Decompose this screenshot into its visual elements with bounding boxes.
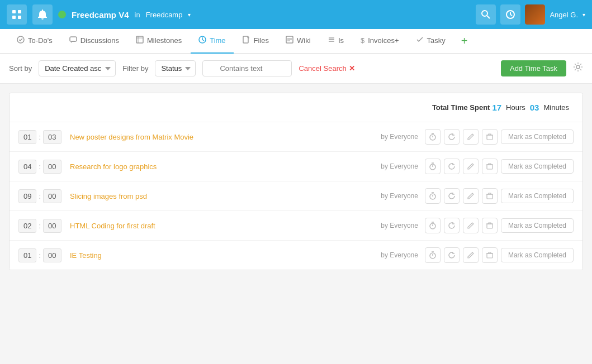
svg-rect-36 (487, 165, 492, 169)
summary-minutes: 03 (530, 103, 539, 112)
summary-hours-label: Hours (506, 103, 525, 112)
mark-completed-button-1[interactable]: Mark as Completed (501, 159, 574, 174)
settings-icon-button[interactable] (573, 62, 583, 75)
refresh-icon-4[interactable] (444, 247, 460, 263)
time-colon-1: : (39, 162, 41, 171)
task-row: 01 : 03 New poster designs from Matrix M… (10, 122, 582, 152)
mark-completed-button-0[interactable]: Mark as Completed (501, 130, 574, 144)
svg-line-8 (510, 15, 512, 16)
task-title-2[interactable]: Slicing images from psd (70, 192, 377, 200)
task-row: 04 : 00 Research for logo graphics by Ev… (10, 152, 582, 181)
task-title-3[interactable]: HTML Coding for first draft (70, 222, 377, 230)
tab-milestones[interactable]: Milestones (128, 29, 190, 54)
tab-wiki[interactable]: Wiki (278, 29, 319, 54)
time-hours-0: 01 (18, 130, 36, 144)
tab-invoices[interactable]: $ Invoices+ (353, 29, 407, 54)
timer-icon-3[interactable] (425, 218, 441, 233)
time-minutes-3: 00 (43, 219, 61, 233)
timer-icon-0[interactable] (425, 129, 441, 145)
bell-icon-button[interactable] (32, 4, 53, 25)
timer-icon-1[interactable] (425, 159, 441, 174)
time-minutes-2: 00 (43, 189, 61, 203)
filter-label: Filter by (122, 64, 148, 73)
mark-completed-button-4[interactable]: Mark as Completed (501, 248, 574, 262)
filter-select[interactable]: Status (155, 60, 196, 76)
toolbar: Sort by Date Created asc Filter by Statu… (0, 54, 592, 84)
timer-icon-4[interactable] (425, 247, 441, 263)
svg-rect-10 (70, 37, 77, 41)
tab-tasky[interactable]: Tasky (408, 29, 453, 54)
tab-ls[interactable]: ls (320, 29, 352, 54)
task-title-4[interactable]: IE Testing (70, 251, 377, 260)
tab-files[interactable]: Files (235, 29, 277, 54)
user-dropdown-arrow[interactable]: ▾ (582, 12, 585, 18)
delete-icon-4[interactable] (482, 247, 498, 263)
project-status-indicator (58, 11, 66, 18)
clock-icon-button[interactable] (500, 4, 520, 25)
top-bar-left: Freedcamp V4 in Freedcamp ▾ (7, 4, 470, 25)
edit-icon-0[interactable] (463, 129, 479, 145)
tab-todos-label: To-Do's (28, 36, 53, 45)
tab-discussions-label: Discussions (80, 36, 119, 45)
time-hours-4: 01 (18, 248, 36, 262)
summary-label: Total Time Spent (432, 103, 490, 112)
timer-icon-2[interactable] (425, 188, 441, 204)
task-info-4: IE Testing by Everyone (70, 251, 418, 260)
task-info-0: New poster designs from Matrix Movie by … (70, 133, 418, 141)
task-actions-4: Mark as Completed (425, 247, 574, 263)
svg-rect-1 (18, 10, 21, 13)
task-title-0[interactable]: New poster designs from Matrix Movie (70, 133, 377, 141)
delete-icon-3[interactable] (482, 218, 498, 233)
tasky-icon (416, 36, 424, 45)
svg-rect-3 (18, 16, 21, 19)
task-row: 09 : 00 Slicing images from psd by Every… (10, 181, 582, 211)
tab-wiki-label: Wiki (297, 36, 311, 45)
add-time-task-button[interactable]: Add Time Task (501, 60, 566, 76)
refresh-icon-1[interactable] (444, 159, 460, 174)
tab-todos[interactable]: To-Do's (9, 29, 60, 54)
edit-icon-3[interactable] (463, 218, 479, 233)
mark-completed-button-3[interactable]: Mark as Completed (501, 218, 574, 233)
tab-bar: To-Do's Discussions Milestones (0, 29, 592, 54)
refresh-icon-2[interactable] (444, 188, 460, 204)
tab-discussions[interactable]: Discussions (61, 29, 127, 54)
mark-completed-button-2[interactable]: Mark as Completed (501, 189, 574, 203)
time-hours-1: 04 (18, 160, 36, 174)
add-tab-button[interactable]: + (457, 35, 472, 47)
svg-rect-51 (487, 253, 492, 258)
avatar (525, 4, 545, 25)
task-list-container: Total Time Spent 17 Hours 03 Minutes 01 … (9, 93, 583, 270)
todos-icon (17, 36, 25, 45)
project-dropdown-arrow[interactable]: ▾ (188, 12, 191, 18)
time-display-0: 01 : 03 (18, 130, 63, 144)
delete-icon-2[interactable] (482, 188, 498, 204)
delete-icon-0[interactable] (482, 129, 498, 145)
edit-icon-4[interactable] (463, 247, 479, 263)
search-input[interactable] (202, 60, 292, 76)
sort-select[interactable]: Date Created asc (39, 60, 116, 76)
edit-icon-2[interactable] (463, 188, 479, 204)
tab-time[interactable]: Time (191, 29, 233, 54)
grid-icon-button[interactable] (7, 4, 27, 25)
time-display-2: 09 : 00 (18, 189, 63, 203)
delete-icon-1[interactable] (482, 159, 498, 174)
project-parent: Freedcamp (146, 11, 183, 19)
main-content: Total Time Spent 17 Hours 03 Minutes 01 … (0, 84, 592, 279)
search-icon-button[interactable] (476, 4, 496, 25)
refresh-icon-3[interactable] (444, 218, 460, 233)
refresh-icon-0[interactable] (444, 129, 460, 145)
cancel-search-button[interactable]: Cancel Search ✕ (299, 64, 354, 73)
task-title-1[interactable]: Research for logo graphics (70, 162, 377, 171)
time-display-3: 02 : 00 (18, 219, 63, 233)
tab-ls-label: ls (339, 36, 344, 45)
time-display-4: 01 : 00 (18, 248, 63, 262)
search-wrapper (202, 60, 292, 76)
time-minutes-4: 00 (43, 248, 61, 262)
files-icon (243, 36, 250, 45)
ls-icon (328, 36, 335, 45)
edit-icon-1[interactable] (463, 159, 479, 174)
svg-point-4 (482, 11, 487, 16)
time-colon-3: : (39, 222, 41, 230)
user-name: Angel G. (550, 11, 578, 19)
task-by-3: by Everyone (381, 222, 418, 229)
